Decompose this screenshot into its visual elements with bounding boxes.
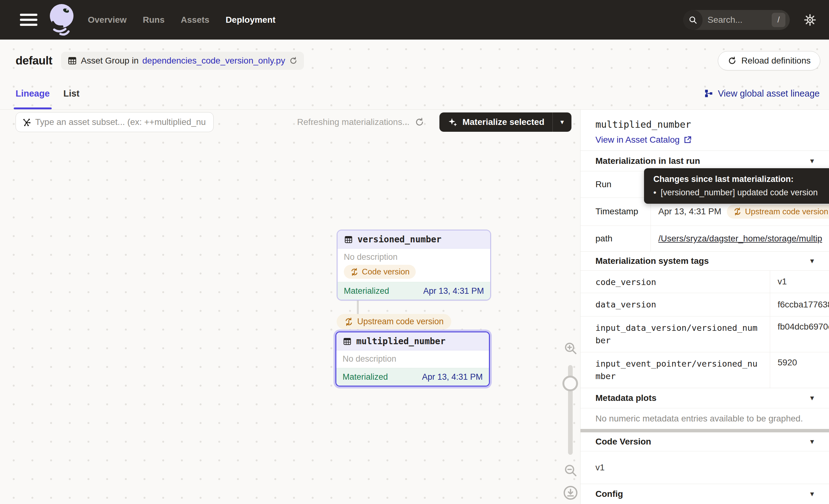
search-icon <box>683 10 702 30</box>
code-version-tag[interactable]: Code version <box>344 265 416 279</box>
tag-value: f6ccba177638 <box>770 293 829 316</box>
storage-path-link[interactable]: /Users/sryza/dagster_home/storage/multip <box>658 233 822 244</box>
section-title: Code Version <box>596 437 651 447</box>
tag-key: code_version <box>580 271 770 293</box>
asset-group-chip[interactable]: Asset Group in dependencies_code_version… <box>61 52 304 70</box>
materialized-timestamp[interactable]: Apr 13, 4:31 PM <box>423 286 484 296</box>
upstream-code-version-label: Upstream code version <box>357 317 444 326</box>
chevron-down-icon[interactable]: ▼ <box>809 438 815 445</box>
code-version-value: v1 <box>580 451 829 484</box>
external-link-icon <box>683 136 692 144</box>
zoom-in-icon[interactable] <box>563 341 578 356</box>
nav-overview[interactable]: Overview <box>88 15 127 25</box>
section-config[interactable]: Config ▼ <box>580 484 829 504</box>
materialized-timestamp[interactable]: Apr 13, 4:31 PM <box>422 372 483 382</box>
row-label: path <box>580 226 651 251</box>
gear-icon[interactable] <box>803 13 817 27</box>
refresh-status: Refreshing materializations... <box>297 117 425 127</box>
menu-icon[interactable] <box>20 14 37 26</box>
chevron-down-icon[interactable]: ▼ <box>809 490 815 498</box>
code-version-tag-label: Code version <box>362 267 409 277</box>
asset-node-name: versioned_number <box>358 234 442 245</box>
tag-row-code-version: code_version v1 <box>580 271 829 293</box>
nav-right: / <box>683 10 817 30</box>
view-in-asset-catalog-link[interactable]: View in Asset Catalog <box>596 135 814 145</box>
tag-value: v1 <box>770 271 829 293</box>
search-input[interactable] <box>702 15 772 25</box>
asset-subset-filter[interactable] <box>15 112 214 132</box>
chevron-down-icon[interactable]: ▼ <box>809 157 815 165</box>
asset-group-icon <box>67 56 77 66</box>
nav-deployment[interactable]: Deployment <box>225 15 275 25</box>
nav-assets[interactable]: Assets <box>181 15 210 25</box>
section-title: Config <box>596 489 623 499</box>
asset-graph-canvas[interactable]: Refreshing materializations... <box>0 110 580 504</box>
sparkle-icon <box>447 117 458 128</box>
asset-node-name: multiplied_number <box>356 336 446 347</box>
asset-table-icon <box>344 235 353 244</box>
section-metadata-plots[interactable]: Metadata plots ▼ <box>580 388 829 408</box>
metadata-plots-empty-text: No numeric metadata entries available to… <box>580 408 829 429</box>
reload-definitions-button[interactable]: Reload definitions <box>718 51 820 70</box>
search-shortcut-badge: / <box>772 13 785 27</box>
panel-section-divider <box>580 429 829 432</box>
zoom-out-icon[interactable] <box>563 463 578 478</box>
dagster-logo-icon[interactable] <box>45 3 77 37</box>
chevron-down-icon[interactable]: ▼ <box>809 257 815 265</box>
chip-reload-icon[interactable] <box>289 57 298 65</box>
section-code-version[interactable]: Code Version ▼ <box>580 432 829 451</box>
panel-asset-name: multiplied_number <box>596 119 814 130</box>
nav-links: Overview Runs Assets Deployment <box>88 15 276 25</box>
asset-node-description: No description <box>343 353 483 365</box>
section-materialization-system-tags[interactable]: Materialization system tags ▼ <box>580 251 829 271</box>
zoom-slider-handle[interactable] <box>563 376 578 391</box>
section-title: Metadata plots <box>596 393 656 403</box>
tooltip-title: Changes since last materialization: <box>653 174 829 184</box>
table-row-path: path /Users/sryza/dagster_home/storage/m… <box>580 225 829 251</box>
view-global-asset-lineage-link[interactable]: View global asset lineage <box>704 78 820 109</box>
materialize-button-group: Materialize selected ▾ <box>439 112 572 132</box>
changes-since-last-materialization-tooltip: Changes since last materialization: [ver… <box>644 168 829 204</box>
asset-node-description: No description <box>344 251 484 263</box>
tooltip-item: [versioned_number] updated code version <box>653 188 829 197</box>
materialize-selected-label: Materialize selected <box>463 117 544 127</box>
top-nav: Overview Runs Assets Deployment / <box>0 0 829 40</box>
materialize-dropdown-button[interactable]: ▾ <box>553 118 572 126</box>
page-title: default <box>15 54 52 67</box>
materialize-selected-button[interactable]: Materialize selected <box>439 117 552 128</box>
tab-list[interactable]: List <box>64 78 80 109</box>
tag-key: input_event_pointer/versioned_number <box>580 352 770 388</box>
chevron-down-icon[interactable]: ▼ <box>809 394 815 402</box>
code-version-changed-icon <box>344 317 354 326</box>
code-file-link[interactable]: dependencies_code_version_only.py <box>142 56 285 66</box>
global-lineage-icon <box>704 89 714 98</box>
section-title: Materialization system tags <box>596 256 709 266</box>
tag-key: data_version <box>580 293 770 316</box>
tag-value: fb04dcb6970c <box>770 317 829 352</box>
search-box[interactable]: / <box>683 10 790 30</box>
timestamp-value[interactable]: Apr 13, 4:31 PM <box>658 207 721 216</box>
upstream-code-version-tag[interactable]: Upstream code version <box>337 314 451 329</box>
tag-row-input-event-pointer: input_event_pointer/versioned_number 592… <box>580 352 829 388</box>
tag-row-input-data-version: input_data_version/versioned_number fb04… <box>580 316 829 352</box>
page-header: default Asset Group in dependencies_code… <box>0 40 829 78</box>
tag-key: input_data_version/versioned_number <box>580 317 770 352</box>
asset-node-multiplied-number[interactable]: multiplied_number No description Materia… <box>335 331 490 387</box>
asset-group-label: Asset Group in <box>81 56 139 66</box>
tag-row-data-version: data_version f6ccba177638 <box>580 293 829 316</box>
asset-subset-input[interactable] <box>35 117 208 127</box>
dagster-app: Overview Runs Assets Deployment / <box>0 0 829 504</box>
refreshing-label: Refreshing materializations... <box>297 117 409 127</box>
asset-node-versioned-number[interactable]: versioned_number No description Code ver… <box>337 229 491 300</box>
code-version-changed-icon <box>350 267 359 276</box>
row-label: Run <box>580 171 651 197</box>
tab-bar: Lineage List View global asset lineage <box>0 78 829 110</box>
code-version-changed-icon <box>733 207 742 216</box>
section-title: Materialization in last run <box>596 156 700 166</box>
tab-lineage[interactable]: Lineage <box>15 78 50 109</box>
upstream-code-version-tag[interactable]: Upstream code version <box>727 205 829 219</box>
download-graph-icon[interactable] <box>563 485 579 501</box>
materialized-status: Materialized <box>343 372 388 382</box>
refresh-icon[interactable] <box>414 117 425 127</box>
nav-runs[interactable]: Runs <box>143 15 165 25</box>
